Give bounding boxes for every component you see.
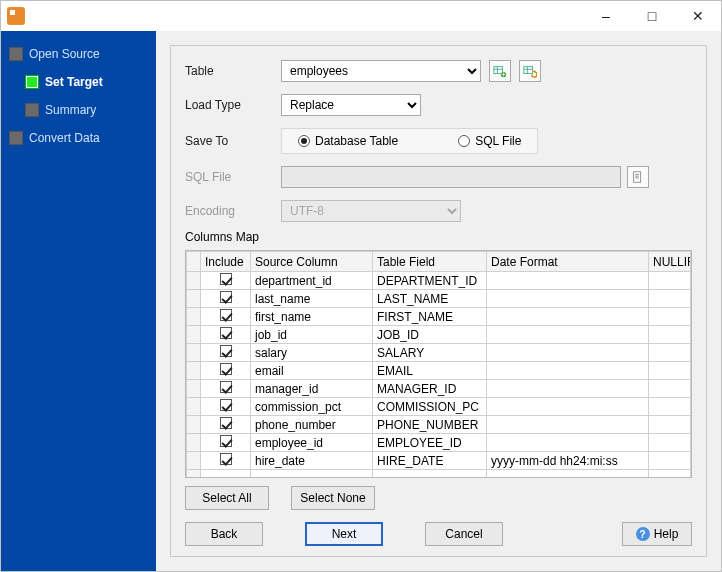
cell-nullif[interactable] — [649, 344, 691, 362]
cell-nullif[interactable] — [649, 290, 691, 308]
include-checkbox[interactable] — [220, 453, 232, 465]
include-checkbox[interactable] — [220, 345, 232, 357]
table-row[interactable]: employee_idEMPLOYEE_ID — [187, 434, 691, 452]
cell-date[interactable] — [487, 290, 649, 308]
cell-date[interactable] — [487, 326, 649, 344]
cell-table[interactable]: MANAGER_ID — [373, 380, 487, 398]
table-row[interactable]: last_nameLAST_NAME — [187, 290, 691, 308]
cell-nullif[interactable] — [649, 452, 691, 470]
refresh-table-button[interactable] — [519, 60, 541, 82]
cell-source[interactable]: last_name — [251, 290, 373, 308]
row-handle[interactable] — [187, 344, 201, 362]
table-row[interactable]: salarySALARY — [187, 344, 691, 362]
cell-source[interactable]: employee_id — [251, 434, 373, 452]
sidebar-item-summary[interactable]: Summary — [1, 99, 156, 121]
include-checkbox[interactable] — [220, 435, 232, 447]
browse-sqlfile-button[interactable] — [627, 166, 649, 188]
include-checkbox[interactable] — [220, 327, 232, 339]
cell-include[interactable] — [201, 416, 251, 434]
cell-table[interactable]: JOB_ID — [373, 326, 487, 344]
cell-nullif[interactable] — [649, 434, 691, 452]
include-checkbox[interactable] — [220, 309, 232, 321]
cell-include[interactable] — [201, 398, 251, 416]
row-handle[interactable] — [187, 308, 201, 326]
row-handle[interactable] — [187, 362, 201, 380]
row-handle[interactable] — [187, 452, 201, 470]
cell-table[interactable]: DEPARTMENT_ID — [373, 272, 487, 290]
cancel-button[interactable]: Cancel — [425, 522, 503, 546]
maximize-button[interactable]: □ — [629, 1, 675, 31]
new-table-button[interactable] — [489, 60, 511, 82]
cell-nullif[interactable] — [649, 308, 691, 326]
cell-source[interactable]: first_name — [251, 308, 373, 326]
sidebar-item-set-target[interactable]: Set Target — [1, 71, 156, 93]
include-checkbox[interactable] — [220, 417, 232, 429]
include-checkbox[interactable] — [220, 273, 232, 285]
cell-include[interactable] — [201, 434, 251, 452]
cell-source[interactable]: commission_pct — [251, 398, 373, 416]
cell-date[interactable]: yyyy-mm-dd hh24:mi:ss — [487, 452, 649, 470]
include-checkbox[interactable] — [220, 291, 232, 303]
row-handle[interactable] — [187, 398, 201, 416]
cell-source[interactable]: phone_number — [251, 416, 373, 434]
header-source[interactable]: Source Column — [251, 252, 373, 272]
header-include[interactable]: Include — [201, 252, 251, 272]
cell-nullif[interactable] — [649, 362, 691, 380]
select-all-button[interactable]: Select All — [185, 486, 269, 510]
table-row[interactable]: hire_dateHIRE_DATEyyyy-mm-dd hh24:mi:ss — [187, 452, 691, 470]
cell-nullif[interactable] — [649, 398, 691, 416]
cell-table[interactable]: COMMISSION_PC — [373, 398, 487, 416]
cell-include[interactable] — [201, 344, 251, 362]
cell-table[interactable]: EMAIL — [373, 362, 487, 380]
cell-source[interactable]: manager_id — [251, 380, 373, 398]
row-handle[interactable] — [187, 290, 201, 308]
cell-source[interactable]: department_id — [251, 272, 373, 290]
saveto-radio-db[interactable]: Database Table — [298, 134, 398, 148]
include-checkbox[interactable] — [220, 363, 232, 375]
cell-date[interactable] — [487, 308, 649, 326]
cell-include[interactable] — [201, 380, 251, 398]
row-handle[interactable] — [187, 326, 201, 344]
cell-date[interactable] — [487, 416, 649, 434]
header-table[interactable]: Table Field — [373, 252, 487, 272]
table-row[interactable]: department_idDEPARTMENT_ID — [187, 272, 691, 290]
cell-date[interactable] — [487, 344, 649, 362]
back-button[interactable]: Back — [185, 522, 263, 546]
table-row[interactable]: emailEMAIL — [187, 362, 691, 380]
row-handle[interactable] — [187, 380, 201, 398]
cell-date[interactable] — [487, 362, 649, 380]
loadtype-select[interactable]: Replace — [281, 94, 421, 116]
next-button[interactable]: Next — [305, 522, 383, 546]
cell-source[interactable]: salary — [251, 344, 373, 362]
cell-date[interactable] — [487, 380, 649, 398]
row-handle[interactable] — [187, 416, 201, 434]
close-button[interactable]: ✕ — [675, 1, 721, 31]
minimize-button[interactable]: – — [583, 1, 629, 31]
table-row[interactable]: commission_pctCOMMISSION_PC — [187, 398, 691, 416]
cell-source[interactable]: hire_date — [251, 452, 373, 470]
grid-scroll[interactable]: Include Source Column Table Field Date F… — [186, 251, 691, 477]
cell-table[interactable]: SALARY — [373, 344, 487, 362]
cell-nullif[interactable] — [649, 380, 691, 398]
table-row[interactable]: manager_idMANAGER_ID — [187, 380, 691, 398]
table-row[interactable]: job_idJOB_ID — [187, 326, 691, 344]
help-button[interactable]: ? Help — [622, 522, 692, 546]
cell-table[interactable]: EMPLOYEE_ID — [373, 434, 487, 452]
cell-include[interactable] — [201, 362, 251, 380]
cell-nullif[interactable] — [649, 272, 691, 290]
cell-date[interactable] — [487, 398, 649, 416]
cell-nullif[interactable] — [649, 416, 691, 434]
cell-nullif[interactable] — [649, 326, 691, 344]
row-handle[interactable] — [187, 272, 201, 290]
include-checkbox[interactable] — [220, 399, 232, 411]
include-checkbox[interactable] — [220, 381, 232, 393]
cell-source[interactable]: job_id — [251, 326, 373, 344]
select-none-button[interactable]: Select None — [291, 486, 375, 510]
cell-table[interactable]: LAST_NAME — [373, 290, 487, 308]
saveto-radio-sql[interactable]: SQL File — [458, 134, 521, 148]
header-nullif[interactable]: NULLIF — [649, 252, 691, 272]
cell-include[interactable] — [201, 272, 251, 290]
cell-table[interactable]: PHONE_NUMBER — [373, 416, 487, 434]
table-row[interactable]: phone_numberPHONE_NUMBER — [187, 416, 691, 434]
cell-source[interactable]: email — [251, 362, 373, 380]
